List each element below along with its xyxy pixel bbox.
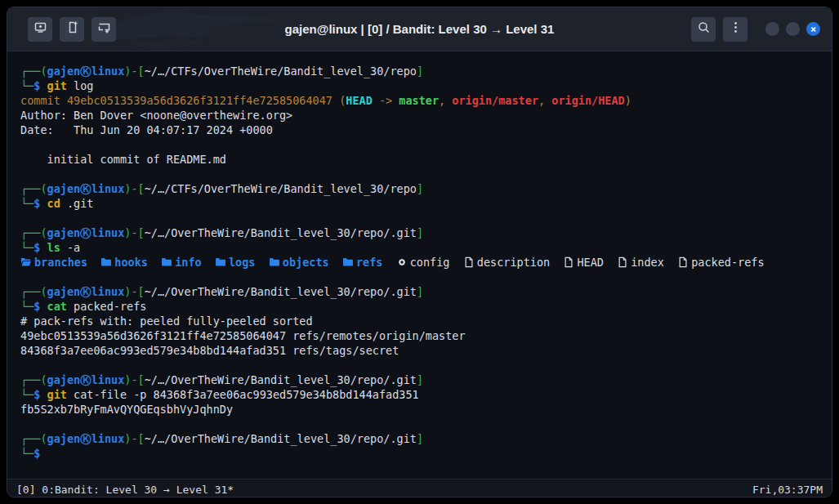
folder-icon: [342, 256, 356, 269]
terminal-line: └─$ git cat-file -p 84368f3a7ee06ac993ed…: [20, 387, 825, 402]
terminal-line: └─$: [20, 446, 825, 461]
menu-button[interactable]: [723, 17, 748, 42]
titlebar-left-buttons: [7, 17, 116, 42]
split-terminal-icon: [97, 20, 111, 38]
folder-open-icon: [20, 256, 34, 269]
terminal-line: 49ebc0513539a56d3626f3121ff4e72585064047…: [20, 328, 825, 343]
menu-kebab-icon: [729, 20, 743, 38]
terminal-output[interactable]: ┌──(gajenⓀlinux)-[~/…/CTFs/OverTheWire/B…: [7, 51, 832, 479]
terminal-line: └─$ cat packed-refs: [20, 299, 825, 314]
close-icon: ×: [810, 25, 816, 34]
terminal-line: Author: Ben Dover <noone@overthewire.org…: [20, 108, 825, 123]
file-icon: [677, 256, 691, 269]
titlebar: gajen@linux | [0] / Bandit: Level 30 → L…: [7, 7, 832, 51]
new-tab-icon: [65, 20, 79, 38]
titlebar-right-controls: ×: [691, 17, 820, 42]
tmux-session-label: [0] 0:Bandit: Level 30 → Level 31*: [16, 484, 234, 496]
terminal-line: commit 49ebc0513539a56d3626f3121ff4e7258…: [20, 93, 825, 108]
tmux-statusbar: [0] 0:Bandit: Level 30 → Level 31* Fri,0…: [7, 479, 832, 497]
split-terminal-button[interactable]: [91, 17, 116, 42]
search-button[interactable]: [691, 17, 716, 42]
terminal-line: # pack-refs with: peeled fully-peeled so…: [20, 314, 825, 328]
terminal-line: ┌──(gajenⓀlinux)-[~/…/CTFs/OverTheWire/B…: [20, 181, 825, 196]
folder-icon: [215, 256, 229, 269]
terminal-line: initial commit of README.md: [20, 152, 825, 167]
terminal-line: └─$ git log: [20, 78, 825, 93]
minimize-button[interactable]: [765, 22, 779, 36]
maximize-button[interactable]: [786, 22, 800, 36]
new-tab-button[interactable]: [60, 17, 84, 42]
terminal-line: 84368f3a7ee06ac993ed579e34b8bd144afad351…: [20, 343, 825, 358]
ls-output: branches hooks info logs objects refs co…: [20, 255, 825, 270]
search-icon: [697, 20, 711, 38]
file-icon: [617, 256, 631, 269]
close-button[interactable]: ×: [806, 22, 820, 36]
terminal-line: Date: Thu Jun 20 04:07:17 2024 +0000: [20, 123, 825, 137]
terminal-line: [20, 270, 825, 284]
terminal-line: [20, 417, 825, 431]
terminal-line: ┌──(gajenⓀlinux)-[~/…/OverTheWire/Bandit…: [20, 225, 825, 240]
new-window-button[interactable]: [28, 17, 52, 42]
gear-icon: [396, 256, 410, 269]
file-icon: [463, 256, 477, 269]
folder-icon: [161, 256, 175, 269]
terminal-window: gajen@linux | [0] / Bandit: Level 30 → L…: [7, 7, 832, 497]
terminal-line: ┌──(gajenⓀlinux)-[~/…/OverTheWire/Bandit…: [20, 431, 825, 446]
terminal-line: ┌──(gajenⓀlinux)-[~/…/CTFs/OverTheWire/B…: [20, 64, 825, 78]
terminal-line: [20, 358, 825, 372]
terminal-line: └─$ ls -a: [20, 240, 825, 255]
terminal-line: ┌──(gajenⓀlinux)-[~/…/OverTheWire/Bandit…: [20, 372, 825, 387]
terminal-line: ┌──(gajenⓀlinux)-[~/…/OverTheWire/Bandit…: [20, 284, 825, 299]
tmux-clock: Fri,03:37PM: [752, 484, 823, 496]
terminal-line: [20, 167, 825, 181]
file-icon: [563, 256, 577, 269]
folder-icon: [269, 256, 283, 269]
terminal-line: [20, 211, 825, 225]
folder-icon: [100, 256, 114, 269]
terminal-line: [20, 137, 825, 152]
password-output: fb5S2xb7bRyFmAvQYQGEqsbhVyJqhnDy: [20, 402, 825, 417]
new-window-icon: [33, 20, 47, 38]
terminal-line: └─$ cd .git: [20, 196, 825, 211]
